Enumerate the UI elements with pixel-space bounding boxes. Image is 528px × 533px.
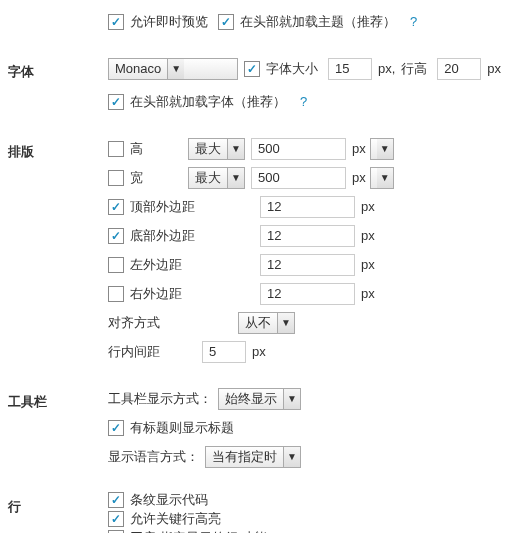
align-label: 对齐方式 xyxy=(108,314,238,332)
font-size-label: 字体大小 xyxy=(266,60,318,78)
height-max-select[interactable]: 最大 ▼ xyxy=(188,138,245,160)
lineheight-input[interactable]: 20 xyxy=(437,58,481,80)
height-checkbox[interactable] xyxy=(108,141,124,157)
px-label: px xyxy=(352,170,366,185)
chevron-down-icon: ▼ xyxy=(283,389,300,409)
margin-right-input[interactable]: 12 xyxy=(260,283,355,305)
margin-top-checkbox[interactable] xyxy=(108,199,124,215)
toolbar-display-label: 工具栏显示方式： xyxy=(108,390,212,408)
height-input[interactable]: 500 xyxy=(251,138,346,160)
margin-left-label: 左外边距 xyxy=(130,256,260,274)
font-size-checkbox[interactable] xyxy=(244,61,260,77)
stripe-label: 条纹显示代码 xyxy=(130,491,208,509)
enable-line-label: 开启 指定显示的行 功能 xyxy=(130,529,267,534)
toolbar-lang-label: 显示语言方式： xyxy=(108,448,199,466)
width-input[interactable]: 500 xyxy=(251,167,346,189)
toolbar-display-select[interactable]: 始终显示 ▼ xyxy=(218,388,301,410)
allow-live-preview-label: 允许即时预览 xyxy=(130,13,208,31)
px-label: px, xyxy=(378,61,395,76)
width-label: 宽 xyxy=(130,169,188,187)
margin-bottom-label: 底部外边距 xyxy=(130,227,260,245)
section-layout-label: 排版 xyxy=(0,135,108,367)
help-icon[interactable]: ? xyxy=(300,94,307,109)
chevron-down-icon: ▼ xyxy=(227,168,244,188)
chevron-down-icon: ▼ xyxy=(283,447,300,467)
margin-left-checkbox[interactable] xyxy=(108,257,124,273)
chevron-down-icon: ▼ xyxy=(167,59,184,79)
margin-top-label: 顶部外边距 xyxy=(130,198,260,216)
height-label: 高 xyxy=(130,140,188,158)
width-max-select[interactable]: 最大 ▼ xyxy=(188,167,245,189)
px-label: px xyxy=(361,257,375,272)
chevron-down-icon: ▼ xyxy=(377,139,393,159)
font-family-select[interactable]: Monaco ▼ xyxy=(108,58,238,80)
enable-line-checkbox[interactable] xyxy=(108,530,124,534)
chevron-down-icon: ▼ xyxy=(277,313,294,333)
load-font-head-label: 在头部就加载字体（推荐） xyxy=(130,93,286,111)
font-size-input[interactable]: 15 xyxy=(328,58,372,80)
section-font-label: 字体 xyxy=(0,55,108,117)
margin-bottom-input[interactable]: 12 xyxy=(260,225,355,247)
margin-bottom-checkbox[interactable] xyxy=(108,228,124,244)
load-font-head-checkbox[interactable] xyxy=(108,94,124,110)
load-theme-head-label: 在头部就加载主题（推荐） xyxy=(240,13,396,31)
toolbar-lang-select[interactable]: 当有指定时 ▼ xyxy=(205,446,301,468)
title-if-exists-checkbox[interactable] xyxy=(108,420,124,436)
px-label: px xyxy=(361,228,375,243)
inline-spacing-label: 行内间距 xyxy=(108,343,202,361)
margin-right-label: 右外边距 xyxy=(130,285,260,303)
px-label: px xyxy=(361,199,375,214)
px-label-2: px xyxy=(487,61,501,76)
width-unit-select[interactable]: ▼ xyxy=(370,167,394,189)
px-label: px xyxy=(361,286,375,301)
inline-spacing-input[interactable]: 5 xyxy=(202,341,246,363)
px-label: px xyxy=(352,141,366,156)
height-unit-select[interactable]: ▼ xyxy=(370,138,394,160)
px-label: px xyxy=(252,344,266,359)
chevron-down-icon: ▼ xyxy=(227,139,244,159)
stripe-checkbox[interactable] xyxy=(108,492,124,508)
section-lines-label: 行 xyxy=(0,490,108,533)
title-if-exists-label: 有标题则显示标题 xyxy=(130,419,234,437)
align-select[interactable]: 从不 ▼ xyxy=(238,312,295,334)
margin-left-input[interactable]: 12 xyxy=(260,254,355,276)
width-checkbox[interactable] xyxy=(108,170,124,186)
highlight-label: 允许关键行高亮 xyxy=(130,510,221,528)
highlight-checkbox[interactable] xyxy=(108,511,124,527)
allow-live-preview-checkbox[interactable] xyxy=(108,14,124,30)
chevron-down-icon: ▼ xyxy=(377,168,393,188)
lineheight-label: 行高 xyxy=(401,60,427,78)
margin-top-input[interactable]: 12 xyxy=(260,196,355,218)
help-icon[interactable]: ? xyxy=(410,14,417,29)
section-toolbar-label: 工具栏 xyxy=(0,385,108,472)
margin-right-checkbox[interactable] xyxy=(108,286,124,302)
load-theme-head-checkbox[interactable] xyxy=(218,14,234,30)
